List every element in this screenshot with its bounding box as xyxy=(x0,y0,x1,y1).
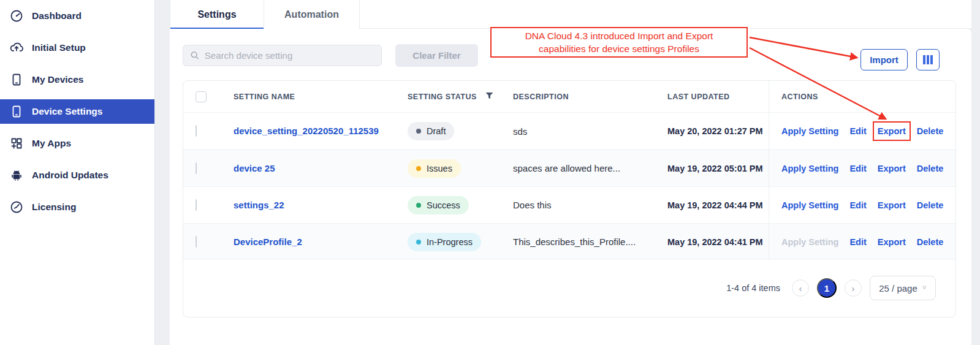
apps-grid-icon xyxy=(9,136,24,151)
status-badge: In-Progress xyxy=(408,233,481,251)
last-updated-cell: May 20, 2022 01:27 PM xyxy=(667,126,769,136)
page-1-button[interactable]: 1 xyxy=(817,278,837,298)
status-badge: Success xyxy=(408,196,469,214)
action-export[interactable]: Export xyxy=(878,200,906,210)
actions-cell: Apply SettingEditExportDelete xyxy=(769,113,955,150)
next-page-button[interactable]: › xyxy=(845,279,862,297)
row-checkbox[interactable] xyxy=(196,236,197,248)
sidebar-item-label: My Apps xyxy=(32,138,71,149)
search-icon xyxy=(191,51,199,60)
annotation-callout: DNA Cloud 4.3 introduced Import and Expo… xyxy=(490,27,748,58)
last-updated-cell: May 19, 2022 04:41 PM xyxy=(667,237,769,247)
setting-name-link[interactable]: device_setting_20220520_112539 xyxy=(234,126,379,136)
action-edit[interactable]: Edit xyxy=(849,164,866,173)
header-description: DESCRIPTION xyxy=(513,93,667,101)
status-dot-icon xyxy=(416,129,421,134)
action-delete[interactable]: Delete xyxy=(917,200,944,210)
filter-icon[interactable] xyxy=(485,92,493,102)
action-apply-setting[interactable]: Apply Setting xyxy=(781,164,838,173)
tablet-icon xyxy=(9,104,24,119)
page-size-value: 25 / page xyxy=(879,283,917,294)
search-input[interactable] xyxy=(205,50,374,61)
header-setting-status: SETTING STATUS xyxy=(408,92,513,102)
settings-table: SETTING NAME SETTING STATUS DESCRIPTION … xyxy=(183,80,956,317)
sidebar-item-device-settings[interactable]: Device Settings xyxy=(0,99,154,124)
status-dot-icon xyxy=(416,166,421,171)
prev-page-button[interactable]: ‹ xyxy=(792,279,809,297)
select-all-checkbox[interactable] xyxy=(196,91,207,102)
import-button[interactable]: Import xyxy=(860,49,908,70)
setting-name-link[interactable]: settings_22 xyxy=(234,200,284,210)
status-dot-icon xyxy=(416,203,421,208)
column-settings-button[interactable] xyxy=(916,49,940,70)
sidebar: Dashboard Initial Setup My Devices Devic… xyxy=(0,0,155,345)
header-setting-name: SETTING NAME xyxy=(234,93,408,101)
description-cell: Does this xyxy=(513,200,667,210)
status-dot-icon xyxy=(416,240,421,245)
action-apply-setting[interactable]: Apply Setting xyxy=(781,126,838,136)
setting-name-link[interactable]: device 25 xyxy=(234,163,275,173)
clear-filter-button[interactable]: Clear Filter xyxy=(395,44,478,67)
sidebar-item-label: Device Settings xyxy=(32,106,102,117)
table-row: device 25 Issues spaces are allowed here… xyxy=(183,150,955,186)
header-last-updated: LAST UPDATED xyxy=(667,93,769,101)
tab-automation-label: Automation xyxy=(284,9,339,20)
sidebar-item-label: Android Updates xyxy=(32,170,108,181)
tab-settings[interactable]: Settings xyxy=(170,0,264,29)
pagination-summary: 1-4 of 4 items xyxy=(726,283,780,293)
sidebar-item-label: Licensing xyxy=(32,202,76,213)
actions-cell: Apply SettingEditExportDelete xyxy=(769,187,955,223)
sidebar-item-label: Dashboard xyxy=(32,10,82,21)
tab-automation[interactable]: Automation xyxy=(264,0,360,29)
pagination-bar: 1-4 of 4 items ‹ 1 › 25 / page ˅ xyxy=(183,259,955,317)
table-header-row: SETTING NAME SETTING STATUS DESCRIPTION … xyxy=(183,81,955,113)
tablet-icon xyxy=(9,72,24,87)
annotation-line2: capabilities for device settings Profile… xyxy=(495,42,743,55)
action-edit[interactable]: Edit xyxy=(849,237,866,247)
sidebar-item-label: My Devices xyxy=(32,74,83,85)
action-delete[interactable]: Delete xyxy=(917,237,944,247)
description-cell: sds xyxy=(513,126,667,137)
header-actions: ACTIONS xyxy=(769,81,955,112)
action-export[interactable]: Export xyxy=(878,164,906,173)
search-box[interactable] xyxy=(183,45,382,66)
action-edit[interactable]: Edit xyxy=(849,126,866,136)
sidebar-item-my-apps[interactable]: My Apps xyxy=(0,127,154,159)
sidebar-item-initial-setup[interactable]: Initial Setup xyxy=(0,32,154,64)
dashboard-icon xyxy=(9,9,24,23)
tab-bar: Settings Automation xyxy=(170,0,971,29)
app-root: Dashboard Initial Setup My Devices Devic… xyxy=(0,0,980,345)
row-checkbox[interactable] xyxy=(196,162,197,174)
page-size-select[interactable]: 25 / page ˅ xyxy=(870,276,936,300)
table-row: settings_22 Success Does this May 19, 20… xyxy=(183,186,955,223)
chevron-down-icon: ˅ xyxy=(922,284,927,292)
columns-icon xyxy=(923,55,925,64)
sidebar-item-android-updates[interactable]: Android Updates xyxy=(0,159,154,191)
annotation-line1: DNA Cloud 4.3 introduced Import and Expo… xyxy=(495,29,743,42)
table-body: device_setting_20220520_112539 Draft sds… xyxy=(183,113,955,260)
sidebar-item-dashboard[interactable]: Dashboard xyxy=(0,0,154,32)
sidebar-item-licensing[interactable]: Licensing xyxy=(0,191,154,223)
action-apply-setting[interactable]: Apply Setting xyxy=(781,237,838,247)
last-updated-cell: May 19, 2022 04:44 PM xyxy=(667,200,769,210)
description-cell: spaces are allowed here... xyxy=(513,163,667,173)
action-delete[interactable]: Delete xyxy=(917,126,944,136)
row-checkbox[interactable] xyxy=(196,199,197,211)
actions-cell: Apply SettingEditExportDelete xyxy=(769,224,955,260)
status-badge: Issues xyxy=(408,159,461,178)
action-export[interactable]: Export xyxy=(878,237,906,247)
row-checkbox[interactable] xyxy=(196,125,197,137)
description-cell: This_describes_this_Profile.... xyxy=(513,237,667,247)
sidebar-item-my-devices[interactable]: My Devices xyxy=(0,64,154,96)
status-badge: Draft xyxy=(408,122,454,140)
action-apply-setting[interactable]: Apply Setting xyxy=(781,200,838,210)
setting-name-link[interactable]: DeviceProfile_2 xyxy=(234,237,302,247)
meter-icon xyxy=(9,200,24,214)
action-edit[interactable]: Edit xyxy=(849,200,866,210)
last-updated-cell: May 19, 2022 05:01 PM xyxy=(667,164,769,173)
android-icon xyxy=(9,168,24,183)
action-delete[interactable]: Delete xyxy=(917,164,944,173)
action-export[interactable]: Export xyxy=(878,126,906,136)
table-row: device_setting_20220520_112539 Draft sds… xyxy=(183,113,955,150)
actions-cell: Apply SettingEditExportDelete xyxy=(769,150,955,186)
